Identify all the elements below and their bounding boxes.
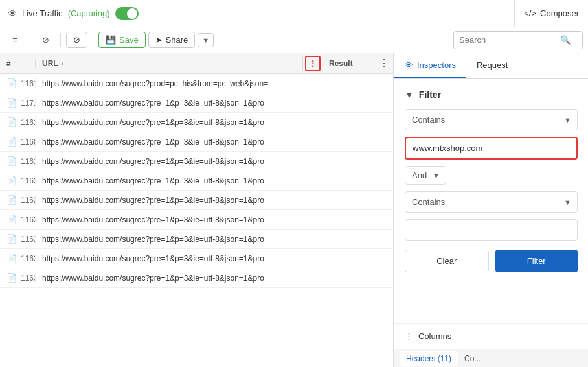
- save-button[interactable]: 💾 Save: [98, 32, 146, 48]
- sep3: [93, 33, 93, 47]
- table-row[interactable]: 📄 11626 https://www.baidu.com/sugrec?pre…: [0, 210, 393, 230]
- table-row[interactable]: 📄 11624 https://www.baidu.com/sugrec?pre…: [0, 191, 393, 210]
- row-url: https://www.baidu.com/sugrec?prod=pc_his…: [36, 79, 385, 88]
- filter-empty-input[interactable]: [405, 219, 578, 241]
- columns-row[interactable]: ⋮ Columns: [394, 323, 588, 349]
- table-row[interactable]: 📄 11628 https://www.baidu.com/sugrec?pre…: [0, 230, 393, 249]
- and-select[interactable]: And Or: [405, 166, 446, 185]
- filter-button[interactable]: Filter: [495, 250, 578, 272]
- co-tab[interactable]: Co...: [458, 351, 487, 366]
- search-icon: 🔍: [560, 35, 571, 45]
- row-url: https://www.baidu.com/sugrec?pre=1&p=3&i…: [36, 157, 385, 166]
- columns-label: Columns: [418, 331, 451, 341]
- filter-icon: ⊘: [42, 35, 49, 45]
- save-label: Save: [119, 35, 139, 45]
- col-url-header: URL ↓: [36, 59, 302, 68]
- table-rows: 📄 11610 https://www.baidu.com/sugrec?pro…: [0, 74, 393, 288]
- row-url: https://www.baidu.com/sugrec?pre=1&p=3&i…: [36, 196, 385, 205]
- row-url: https://www.baidu.com/sugrec?pre=1&p=3&i…: [36, 254, 385, 263]
- file-icon: 📄: [6, 176, 17, 185]
- share-dropdown-button[interactable]: ▼: [198, 33, 214, 47]
- traffic-table: # URL ↓ ⋮ Result ⋮ 📄 11610 https://www.b…: [0, 53, 394, 367]
- file-icon: 📄: [6, 195, 17, 205]
- filter-panel: ▼ Filter Contains Equals Starts with End…: [394, 79, 588, 323]
- table-row[interactable]: 📄 11717 https://www.baidu.com/sugrec?pre…: [0, 93, 393, 113]
- sep2: [60, 33, 61, 47]
- search-box: 🔍: [453, 31, 583, 49]
- row-num: 📄 11617: [0, 156, 36, 166]
- toolbar: ≡ ⊘ ⊘ 💾 Save ➤ Share ▼ 🔍: [0, 27, 588, 53]
- contains-select-wrap-1: Contains Equals Starts with Ends with Re…: [405, 109, 578, 130]
- main-content: # URL ↓ ⋮ Result ⋮ 📄 11610 https://www.b…: [0, 53, 588, 367]
- and-select-wrap: And Or ▼: [405, 166, 446, 185]
- file-icon: 📄: [6, 254, 17, 263]
- row-num: 📄 11632: [0, 254, 36, 263]
- headers-tab[interactable]: Headers (11): [400, 351, 458, 366]
- col-num-header: #: [0, 59, 36, 68]
- tab-request[interactable]: Request: [466, 53, 518, 78]
- contains-select-1[interactable]: Contains Equals Starts with Ends with Re…: [405, 109, 578, 130]
- request-label: Request: [477, 60, 508, 70]
- col-result-header: Result: [322, 59, 374, 68]
- composer-label: Composer: [540, 8, 579, 18]
- file-icon: 📄: [6, 137, 17, 147]
- save-icon: 💾: [106, 35, 116, 45]
- inspectors-icon: 👁: [405, 60, 413, 70]
- table-row[interactable]: 📄 11610 https://www.baidu.com/sugrec?pro…: [0, 74, 393, 93]
- contains-select-2[interactable]: Contains Equals Starts with Ends with Re…: [405, 191, 578, 213]
- filter-value-input[interactable]: [405, 137, 578, 160]
- row-url: https://www.baidu.com/sugrec?pre=1&p=3&i…: [36, 176, 385, 185]
- col-result-more[interactable]: ⋮: [374, 57, 393, 69]
- row-url: https://www.baidu.com/sugrec?pre=1&p=3&i…: [36, 137, 385, 147]
- row-num: 📄 11624: [0, 195, 36, 205]
- composer-button[interactable]: </> Composer: [514, 0, 588, 27]
- share-button[interactable]: ➤ Share: [148, 32, 196, 48]
- bottom-tabs: Headers (11) Co...: [394, 349, 588, 367]
- hamburger-icon: ≡: [12, 35, 17, 45]
- result-more-icon[interactable]: ⋮: [379, 57, 389, 69]
- row-url: https://www.baidu.com/sugrec?pre=1&p=3&i…: [36, 99, 385, 108]
- file-icon: 📄: [6, 273, 17, 283]
- table-row[interactable]: 📄 11688 https://www.baidu.com/sugrec?pre…: [0, 132, 393, 152]
- capturing-label: (Capturing): [68, 8, 110, 18]
- file-icon: 📄: [6, 117, 17, 127]
- capture-toggle[interactable]: [115, 7, 139, 20]
- share-label: Share: [166, 35, 188, 45]
- row-num: 📄 11622: [0, 176, 36, 185]
- inspectors-label: Inspectors: [417, 60, 456, 70]
- contains-select-wrap-2: Contains Equals Starts with Ends with Re…: [405, 191, 578, 213]
- row-url: https://www.baidu.com/sugrec?pre=1&p=3&i…: [36, 274, 385, 283]
- col-more-header[interactable]: ⋮: [302, 56, 322, 71]
- table-row[interactable]: 📄 11634 https://www.baidu.com/sugrec?pre…: [0, 268, 393, 288]
- tab-inspectors[interactable]: 👁 Inspectors: [394, 53, 466, 78]
- filter-icon-button[interactable]: ⊘: [36, 30, 55, 50]
- sep1: [30, 33, 30, 47]
- live-traffic-label: Live Traffic: [22, 8, 63, 18]
- file-icon: 📄: [6, 78, 17, 88]
- columns-icon: ⋮: [405, 331, 413, 341]
- right-panel: 👁 Inspectors Request ▼ Filter Contains E…: [394, 53, 588, 367]
- columns-btn[interactable]: ⋮: [305, 56, 321, 71]
- row-num: 📄 11634: [0, 273, 36, 283]
- clear-button[interactable]: Clear: [405, 250, 489, 272]
- table-row[interactable]: 📄 11632 https://www.baidu.com/sugrec?pre…: [0, 249, 393, 268]
- top-bar-left: 👁 Live Traffic (Capturing): [0, 7, 514, 20]
- row-num: 📄 11717: [0, 98, 36, 108]
- hamburger-button[interactable]: ≡: [5, 30, 25, 50]
- filter-title: ▼ Filter: [405, 89, 578, 100]
- table-header: # URL ↓ ⋮ Result ⋮: [0, 53, 393, 74]
- top-bar: 👁 Live Traffic (Capturing) </> Composer: [0, 0, 588, 27]
- filter-actions: Clear Filter: [405, 250, 578, 272]
- table-row[interactable]: 📄 11611 https://www.baidu.com/sugrec?pre…: [0, 113, 393, 132]
- row-url: https://www.baidu.com/sugrec?pre=1&p=3&i…: [36, 215, 385, 224]
- table-row[interactable]: 📄 11617 https://www.baidu.com/sugrec?pre…: [0, 152, 393, 171]
- to-icon: ⊘: [73, 35, 80, 45]
- file-icon: 📄: [6, 98, 17, 108]
- composer-icon: </>: [524, 8, 536, 18]
- to-button[interactable]: ⊘: [66, 32, 87, 48]
- search-input[interactable]: [459, 35, 556, 45]
- table-row[interactable]: 📄 11622 https://www.baidu.com/sugrec?pre…: [0, 171, 393, 191]
- filter-and-row: And Or ▼: [405, 166, 578, 185]
- row-num: 📄 11611: [0, 117, 36, 127]
- row-num: 📄 11626: [0, 215, 36, 224]
